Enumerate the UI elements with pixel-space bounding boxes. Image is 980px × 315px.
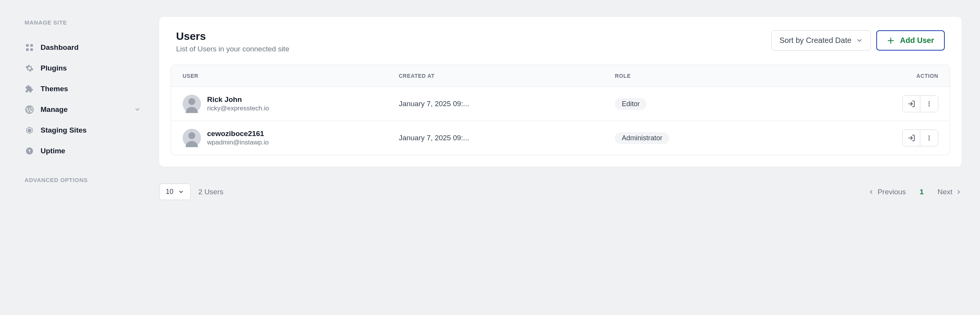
created-at: January 7, 2025 09:... (399, 100, 615, 108)
svg-point-9 (929, 105, 930, 107)
puzzle-icon (24, 84, 34, 94)
header-titles: Users List of Users in your connected si… (176, 30, 289, 53)
previous-button[interactable]: Previous (868, 188, 906, 196)
sidebar-item-uptime[interactable]: Uptime (24, 141, 141, 161)
sidebar-item-plugins[interactable]: Plugins (24, 58, 141, 79)
avatar (183, 129, 201, 147)
chevron-down-icon (856, 37, 863, 44)
card-header: Users List of Users in your connected si… (171, 30, 950, 53)
sidebar-section-manage-site-title: MANAGE SITE (24, 19, 141, 26)
svg-point-6 (188, 98, 195, 105)
action-button-group (902, 130, 938, 146)
chevron-left-icon (868, 189, 874, 195)
page-size-select[interactable]: 10 (159, 184, 191, 200)
user-email: ricky@expresstech.io (207, 105, 269, 112)
header-actions: Sort by Created Date Add User (771, 30, 945, 51)
gear-icon (24, 63, 34, 73)
sort-label: Sort by Created Date (779, 36, 851, 45)
role-badge: Administrator (615, 132, 669, 144)
pagination: 10 2 Users Previous 1 Next (159, 184, 962, 200)
th-action: ACTION (831, 73, 938, 79)
sidebar-item-label: Plugins (41, 64, 67, 72)
page-size-value: 10 (166, 188, 173, 196)
svg-rect-2 (26, 48, 29, 51)
svg-rect-0 (26, 44, 29, 47)
action-cell (831, 95, 938, 112)
sidebar-section-advanced-title: ADVANCED OPTIONS (24, 177, 141, 183)
role-badge: Editor (615, 98, 647, 110)
sidebar-item-themes[interactable]: Themes (24, 79, 141, 99)
user-name: Rick John (207, 95, 269, 104)
svg-point-10 (188, 132, 195, 139)
login-as-button[interactable] (903, 130, 920, 146)
users-table: USER CREATED AT ROLE ACTION Rick John ri… (171, 65, 950, 155)
sidebar-item-label: Dashboard (41, 43, 78, 52)
svg-point-7 (929, 102, 930, 103)
more-actions-button[interactable] (920, 96, 938, 112)
grid-icon (24, 43, 34, 52)
sidebar: MANAGE SITE Dashboard Plugins Themes Man… (0, 0, 159, 315)
current-page[interactable]: 1 (920, 188, 924, 196)
cube-icon (24, 125, 34, 135)
user-cell: Rick John ricky@expresstech.io (183, 95, 399, 113)
table-row: Rick John ricky@expresstech.io January 7… (171, 87, 950, 121)
svg-rect-1 (30, 44, 33, 47)
sidebar-item-dashboard[interactable]: Dashboard (24, 37, 141, 58)
previous-label: Previous (877, 188, 906, 196)
action-cell (831, 130, 938, 146)
sidebar-item-label: Themes (41, 85, 68, 93)
th-user: USER (183, 73, 399, 79)
chevron-right-icon (956, 189, 962, 195)
chevron-down-icon (178, 189, 184, 195)
next-button[interactable]: Next (938, 188, 962, 196)
sidebar-item-staging-sites[interactable]: Staging Sites (24, 120, 141, 141)
plus-icon (887, 37, 895, 44)
user-name: cewoziboce2161 (207, 130, 269, 138)
wordpress-icon (24, 105, 34, 115)
page-title: Users (176, 30, 289, 43)
created-at: January 7, 2025 09:... (399, 134, 615, 142)
sidebar-item-label: Uptime (41, 147, 65, 155)
sidebar-item-manage[interactable]: Manage (24, 99, 141, 120)
more-actions-button[interactable] (920, 130, 938, 146)
page-subtitle: List of Users in your connected site (176, 45, 289, 53)
users-card: Users List of Users in your connected si… (159, 17, 962, 167)
total-count: 2 Users (198, 188, 223, 196)
add-user-label: Add User (900, 36, 934, 45)
sort-dropdown[interactable]: Sort by Created Date (771, 30, 871, 51)
chevron-down-icon (134, 106, 141, 113)
svg-point-12 (929, 138, 930, 139)
user-email: wpadmin@instawp.io (207, 139, 269, 146)
main-content: Users List of Users in your connected si… (159, 0, 980, 315)
sidebar-item-label: Manage (41, 105, 68, 114)
table-row: cewoziboce2161 wpadmin@instawp.io Januar… (171, 121, 950, 155)
svg-rect-3 (30, 48, 33, 51)
arrow-up-circle-icon (24, 146, 34, 156)
table-head: USER CREATED AT ROLE ACTION (171, 65, 950, 87)
avatar (183, 95, 201, 113)
action-button-group (902, 95, 938, 112)
svg-point-8 (929, 103, 930, 105)
next-label: Next (938, 188, 952, 196)
add-user-button[interactable]: Add User (876, 30, 945, 51)
svg-point-13 (929, 139, 930, 141)
th-created-at: CREATED AT (399, 73, 615, 79)
user-cell: cewoziboce2161 wpadmin@instawp.io (183, 129, 399, 147)
th-role: ROLE (615, 73, 831, 79)
svg-point-11 (929, 136, 930, 137)
login-as-button[interactable] (903, 96, 920, 112)
sidebar-item-label: Staging Sites (41, 126, 87, 135)
pager: Previous 1 Next (868, 188, 962, 196)
